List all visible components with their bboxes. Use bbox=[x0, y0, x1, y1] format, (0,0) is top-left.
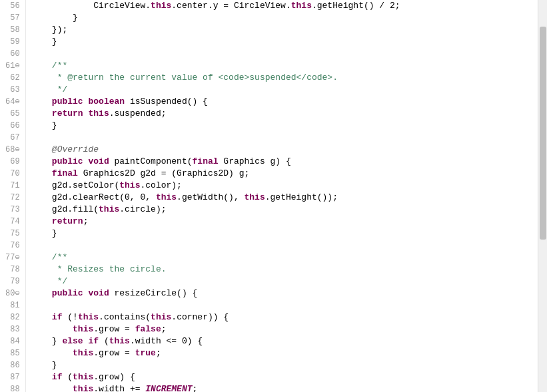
code-area[interactable]: CircleView.this.center.y = CircleView.th… bbox=[26, 0, 538, 392]
line-number: 57 bbox=[5, 12, 20, 24]
token: */ bbox=[31, 85, 68, 95]
token bbox=[31, 156, 52, 166]
scrollbar-vertical[interactable] bbox=[538, 0, 547, 392]
token: /** bbox=[31, 61, 68, 71]
token: Graphics2D g2d = (Graphics2D) g; bbox=[78, 168, 249, 178]
token bbox=[31, 97, 52, 106]
line-number: 79 bbox=[5, 276, 20, 288]
token: this bbox=[78, 312, 99, 322]
code-line: public void resizeCircle() { bbox=[31, 288, 538, 299]
token: } bbox=[31, 360, 57, 370]
line-number: 78 bbox=[5, 264, 20, 276]
token: .width <= 0) { bbox=[130, 336, 203, 346]
line-number: 82 bbox=[5, 311, 20, 323]
line-number: 68⊖ bbox=[5, 144, 20, 156]
line-number: 80⊖ bbox=[5, 288, 20, 299]
code-line: this.grow = false; bbox=[31, 323, 538, 335]
token: public bbox=[52, 156, 83, 166]
token: }); bbox=[31, 25, 68, 35]
token bbox=[31, 108, 52, 118]
token: .width += bbox=[93, 384, 145, 392]
code-line: } bbox=[31, 12, 538, 24]
token: CircleView. bbox=[31, 1, 151, 11]
token: .grow) { bbox=[93, 372, 135, 382]
code-line: g2d.clearRect(0, 0, this.getWidth(), thi… bbox=[31, 192, 538, 204]
token: isSuspended() { bbox=[125, 97, 208, 106]
token: } bbox=[31, 37, 57, 47]
line-number: 85 bbox=[5, 347, 20, 359]
token: .getHeight() / 2; bbox=[312, 1, 400, 11]
token: true bbox=[135, 348, 156, 358]
token: ; bbox=[156, 348, 161, 358]
token: this bbox=[73, 384, 93, 392]
token: final bbox=[52, 168, 78, 178]
token bbox=[31, 324, 73, 334]
token: this bbox=[245, 192, 265, 202]
token: the bbox=[109, 73, 125, 83]
code-line: } bbox=[31, 228, 538, 240]
token bbox=[31, 372, 52, 382]
token: .color); bbox=[140, 180, 181, 190]
code-line: } bbox=[31, 120, 538, 132]
token: .getHeight()); bbox=[265, 192, 338, 202]
token: } bbox=[31, 228, 57, 238]
line-number: 77⊖ bbox=[5, 252, 20, 264]
token: .corner)) { bbox=[171, 312, 229, 322]
token: else bbox=[62, 336, 83, 346]
token: } bbox=[31, 120, 57, 130]
line-number: 75 bbox=[5, 228, 20, 240]
line-number: 87 bbox=[5, 371, 20, 383]
token: INCREMENT bbox=[145, 384, 192, 392]
token: ( bbox=[62, 372, 73, 382]
token: return bbox=[52, 216, 83, 226]
line-number: 81 bbox=[5, 299, 20, 311]
code-line bbox=[31, 299, 538, 311]
token: current value of bbox=[125, 73, 218, 83]
line-number: 62 bbox=[5, 72, 20, 84]
token: } bbox=[31, 336, 63, 346]
token: void bbox=[88, 288, 109, 298]
token: * Resizes bbox=[31, 264, 109, 274]
line-number: 76 bbox=[5, 240, 20, 252]
code-line: * @return the current value of <code>sus… bbox=[31, 72, 538, 84]
token: g2d.fill( bbox=[31, 204, 99, 214]
token: final bbox=[193, 156, 219, 166]
code-line: g2d.fill(this.circle); bbox=[31, 204, 538, 216]
token: @Override bbox=[31, 144, 99, 154]
code-line: if (!this.contains(this.corner)) { bbox=[31, 311, 538, 323]
line-number: 73 bbox=[5, 204, 20, 216]
line-number: 56 bbox=[5, 0, 20, 12]
code-line: } bbox=[31, 36, 538, 48]
code-line: /** bbox=[31, 60, 538, 72]
token: return bbox=[52, 108, 83, 118]
code-line: if (this.grow) { bbox=[31, 371, 538, 383]
line-number: 86 bbox=[5, 359, 20, 371]
code-line: g2d.setColor(this.color); bbox=[31, 180, 538, 192]
line-number: 70 bbox=[5, 168, 20, 180]
line-number: 65 bbox=[5, 108, 20, 120]
line-number: 88 bbox=[5, 383, 20, 392]
line-number: 84 bbox=[5, 335, 20, 347]
line-number: 83 bbox=[5, 323, 20, 335]
token: this bbox=[291, 1, 312, 11]
token: void bbox=[88, 156, 109, 166]
line-number: 72 bbox=[5, 192, 20, 204]
token: .grow = bbox=[93, 348, 135, 358]
code-line: } else if (this.width <= 0) { bbox=[31, 335, 538, 347]
code-line: public boolean isSuspended() { bbox=[31, 96, 538, 108]
token: resizeCircle() { bbox=[109, 288, 198, 298]
scrollbar-thumb[interactable] bbox=[540, 27, 546, 240]
token: circle. bbox=[125, 264, 166, 274]
token: ; bbox=[161, 324, 167, 334]
line-number: 67 bbox=[5, 132, 20, 144]
token: this bbox=[119, 180, 140, 190]
token: this bbox=[151, 312, 171, 322]
line-number: 69 bbox=[5, 156, 20, 168]
token: boolean bbox=[88, 97, 125, 106]
code-line: return this.suspended; bbox=[31, 108, 538, 120]
token bbox=[31, 312, 52, 322]
token: * @return bbox=[31, 73, 109, 83]
token: .circle); bbox=[119, 204, 166, 214]
code-line: public void paintComponent(final Graphic… bbox=[31, 156, 538, 168]
token: } bbox=[31, 13, 78, 23]
